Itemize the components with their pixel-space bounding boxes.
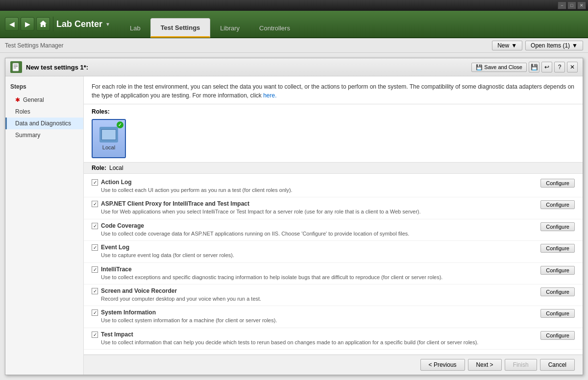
- sidebar-general-label: General: [23, 96, 44, 103]
- item-name-3: Event Log: [101, 244, 536, 251]
- restore-button[interactable]: □: [567, 1, 576, 9]
- item-desc-5: Record your computer desktop and your vo…: [101, 295, 536, 303]
- toolbar-label: Test Settings Manager: [5, 42, 63, 49]
- item-text-0: Action Log Use to collect each UI action…: [101, 179, 536, 194]
- dialog-title: New test settings 1*:: [10, 61, 88, 73]
- close-window-button[interactable]: ✕: [577, 1, 586, 9]
- cancel-button[interactable]: Cancel: [540, 359, 575, 371]
- sidebar-data-diagnostics-label: Data and Diagnostics: [15, 120, 71, 127]
- content-wrapper: New test settings 1*: 💾 Save and Close 💾…: [0, 53, 588, 380]
- tab-controllers[interactable]: Controllers: [249, 18, 300, 38]
- item-left: Test Impact Use to collect information t…: [92, 331, 536, 346]
- secondary-toolbar: Test Settings Manager New ▼ Open Items (…: [0, 38, 588, 53]
- item-checkbox-0[interactable]: [92, 179, 98, 186]
- configure-button-1[interactable]: Configure: [540, 200, 575, 209]
- item-left: Code Coverage Use to collect code covera…: [92, 222, 536, 238]
- steps-label: Steps: [5, 81, 83, 94]
- tab-library[interactable]: Library: [210, 18, 249, 38]
- role-content: Role: Local Action Log Use to collect ea…: [84, 163, 583, 355]
- configure-button-7[interactable]: Configure: [540, 331, 575, 340]
- sidebar-item-roles[interactable]: Roles: [5, 106, 83, 118]
- tab-test-settings[interactable]: Test Settings: [150, 18, 211, 38]
- new-button[interactable]: New ▼: [492, 41, 522, 50]
- item-name-5: Screen and Voice Recorder: [101, 287, 536, 294]
- item-left: Screen and Voice Recorder Record your co…: [92, 287, 536, 303]
- role-local[interactable]: ✓ Local: [92, 119, 126, 158]
- item-checkbox-5[interactable]: [92, 288, 98, 294]
- item-checkbox-2[interactable]: [92, 223, 98, 229]
- item-checkbox-4[interactable]: [92, 266, 98, 273]
- item-left: IntelliTrace Use to collect exceptions a…: [92, 266, 536, 281]
- configure-button-3[interactable]: Configure: [540, 244, 575, 253]
- svg-rect-0: [13, 63, 19, 71]
- dialog-footer: < Previous Next > Finish Cancel: [84, 355, 583, 375]
- dialog-toolbar: 💾 Save and Close 💾 ↩ ? ✕: [471, 62, 578, 72]
- item-desc-3: Use to capture event log data (for clien…: [101, 252, 536, 259]
- main-description: For each role in the test environment, y…: [84, 76, 583, 104]
- items-scroll[interactable]: Action Log Use to collect each UI action…: [84, 174, 583, 355]
- home-button[interactable]: [36, 17, 50, 31]
- general-asterisk: ✱: [15, 96, 20, 103]
- previous-button[interactable]: < Previous: [420, 359, 465, 371]
- window-controls: − □ ✕: [558, 1, 586, 9]
- save-close-button[interactable]: 💾 Save and Close: [471, 63, 527, 72]
- table-row: Event Log Use to capture event log data …: [84, 241, 583, 262]
- role-header: Role: Local: [84, 163, 583, 174]
- item-desc-7: Use to collect information that can help…: [101, 339, 536, 346]
- configure-button-6[interactable]: Configure: [540, 309, 575, 318]
- configure-button-2[interactable]: Configure: [540, 222, 575, 231]
- table-row: Action Log Use to collect each UI action…: [84, 176, 583, 197]
- forward-button[interactable]: ▶: [21, 17, 34, 31]
- next-button[interactable]: Next >: [468, 359, 502, 371]
- item-left: Event Log Use to capture event log data …: [92, 244, 536, 259]
- item-text-2: Code Coverage Use to collect code covera…: [101, 222, 536, 238]
- undo-icon-button[interactable]: ↩: [541, 62, 552, 72]
- table-row: ASP.NET Client Proxy for IntelliTrace an…: [84, 197, 583, 219]
- item-text-6: System Information Use to collect system…: [101, 309, 536, 324]
- item-checkbox-6[interactable]: [92, 309, 98, 316]
- tab-lab[interactable]: Lab: [120, 18, 150, 38]
- item-left: System Information Use to collect system…: [92, 309, 536, 324]
- item-text-5: Screen and Voice Recorder Record your co…: [101, 287, 536, 303]
- role-screen: [101, 129, 116, 140]
- item-desc-6: Use to collect system information for a …: [101, 317, 536, 324]
- finish-button[interactable]: Finish: [505, 359, 537, 371]
- back-button[interactable]: ◀: [5, 17, 19, 31]
- svg-rect-3: [14, 68, 16, 69]
- configure-button-4[interactable]: Configure: [540, 266, 575, 275]
- minimize-button[interactable]: −: [558, 1, 566, 9]
- navigation-buttons: ◀ ▶: [5, 17, 50, 31]
- save-icon-button[interactable]: 💾: [529, 62, 539, 72]
- item-checkbox-1[interactable]: [92, 201, 98, 207]
- item-desc-2: Use to collect code coverage data for AS…: [101, 230, 536, 238]
- configure-button-0[interactable]: Configure: [540, 179, 575, 188]
- description-link[interactable]: here.: [263, 92, 276, 99]
- save-icon: 💾: [476, 64, 483, 71]
- sidebar-item-summary[interactable]: Summary: [5, 129, 83, 141]
- sidebar: Steps ✱ General Roles Data and Diagnosti…: [5, 76, 84, 375]
- main-panel: For each role in the test environment, y…: [84, 76, 583, 375]
- item-checkbox-7[interactable]: [92, 332, 98, 338]
- app-title: Lab Center: [56, 19, 102, 29]
- sidebar-summary-label: Summary: [15, 132, 40, 139]
- open-items-button[interactable]: Open Items (1) ▼: [525, 41, 583, 50]
- sidebar-item-general[interactable]: ✱ General: [5, 94, 83, 106]
- item-name-4: IntelliTrace: [101, 266, 536, 273]
- item-text-7: Test Impact Use to collect information t…: [101, 331, 536, 346]
- title-bar: − □ ✕: [0, 0, 588, 11]
- sidebar-roles-label: Roles: [15, 108, 30, 115]
- dialog-close-button[interactable]: ✕: [567, 62, 578, 72]
- sidebar-item-data-diagnostics[interactable]: Data and Diagnostics: [5, 118, 83, 129]
- roles-label: Roles:: [84, 104, 583, 117]
- configure-button-5[interactable]: Configure: [540, 287, 575, 296]
- app-dropdown-arrow[interactable]: ▼: [105, 22, 110, 27]
- item-checkbox-3[interactable]: [92, 244, 98, 251]
- dialog-title-icon: [10, 61, 22, 73]
- item-desc-4: Use to collect exceptions and specific d…: [101, 274, 536, 281]
- item-text-1: ASP.NET Client Proxy for IntelliTrace an…: [101, 200, 536, 215]
- help-icon-button[interactable]: ?: [554, 62, 565, 72]
- item-name-0: Action Log: [101, 179, 536, 186]
- table-row: Test Impact Use to collect information t…: [84, 328, 583, 350]
- dialog: New test settings 1*: 💾 Save and Close 💾…: [5, 58, 583, 375]
- svg-rect-1: [14, 65, 18, 66]
